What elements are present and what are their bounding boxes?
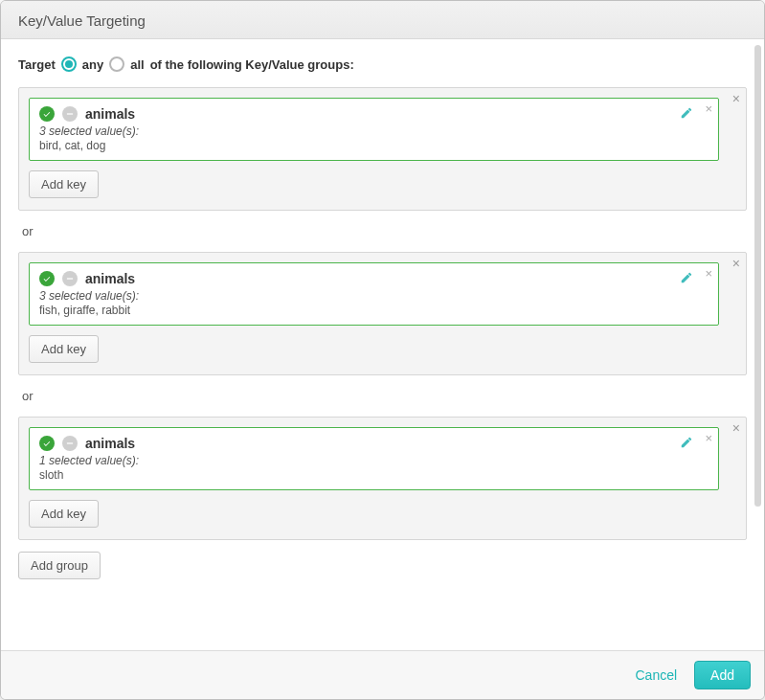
radio-all[interactable] <box>109 56 124 72</box>
selected-count: 3 selected value(s): <box>39 289 684 303</box>
radio-all-label: all <box>130 57 144 72</box>
svg-rect-0 <box>67 113 73 114</box>
exclude-icon[interactable] <box>62 106 78 122</box>
close-icon[interactable]: × <box>705 102 712 115</box>
close-icon[interactable]: × <box>732 421 740 435</box>
modal-footer: Cancel Add <box>1 650 764 699</box>
include-icon[interactable] <box>39 436 55 451</box>
or-separator: or <box>22 224 747 238</box>
group-block: × × animals 1 select <box>18 417 747 540</box>
key-name: animals <box>85 436 135 451</box>
add-key-button[interactable]: Add key <box>29 500 99 528</box>
add-group-button[interactable]: Add group <box>18 552 101 579</box>
close-icon[interactable]: × <box>732 92 740 105</box>
target-mode-row: Target any all of the following Key/Valu… <box>18 56 747 72</box>
target-label: Target <box>18 57 56 72</box>
key-value-targeting-modal: Key/Value Targeting Target any all of th… <box>0 0 765 700</box>
key-name: animals <box>85 271 135 286</box>
or-separator: or <box>22 389 747 403</box>
include-icon[interactable] <box>39 106 55 122</box>
key-head: animals <box>39 271 684 286</box>
add-key-button[interactable]: Add key <box>29 170 99 198</box>
scrollbar-thumb[interactable] <box>754 45 761 507</box>
scrollbar[interactable] <box>754 45 761 644</box>
exclude-icon[interactable] <box>62 436 78 451</box>
key-head: animals <box>39 106 684 122</box>
modal-title: Key/Value Targeting <box>1 1 764 39</box>
target-suffix: of the following Key/Value groups: <box>150 57 354 72</box>
cancel-button[interactable]: Cancel <box>635 667 677 683</box>
selected-values: bird, cat, dog <box>39 139 684 152</box>
modal-body: Target any all of the following Key/Valu… <box>1 39 756 650</box>
include-icon[interactable] <box>39 271 55 286</box>
close-icon[interactable]: × <box>705 432 712 444</box>
close-icon[interactable]: × <box>732 257 740 270</box>
close-icon[interactable]: × <box>705 267 712 280</box>
key-row: × animals 3 selected value(s): <box>29 262 719 326</box>
radio-any-label: any <box>82 57 103 72</box>
edit-icon[interactable] <box>680 271 693 284</box>
add-key-button[interactable]: Add key <box>29 335 99 363</box>
svg-rect-2 <box>67 442 73 443</box>
group-block: × × animals 3 select <box>18 252 747 375</box>
edit-icon[interactable] <box>680 106 693 120</box>
svg-rect-1 <box>67 278 73 279</box>
selected-count: 3 selected value(s): <box>39 124 684 138</box>
key-row: × animals 3 selected value(s): <box>29 98 719 161</box>
add-button[interactable]: Add <box>694 661 751 689</box>
edit-icon[interactable] <box>680 436 693 449</box>
key-head: animals <box>39 436 684 451</box>
selected-count: 1 selected value(s): <box>39 454 684 467</box>
selected-values: sloth <box>39 468 684 482</box>
key-row: × animals 1 selected value(s): <box>29 427 719 490</box>
modal-body-wrap: Target any all of the following Key/Valu… <box>1 39 764 650</box>
group-block: × × animals 3 select <box>18 87 747 211</box>
radio-any[interactable] <box>61 56 77 72</box>
exclude-icon[interactable] <box>62 271 78 286</box>
selected-values: fish, giraffe, rabbit <box>39 304 684 317</box>
key-name: animals <box>85 106 135 122</box>
